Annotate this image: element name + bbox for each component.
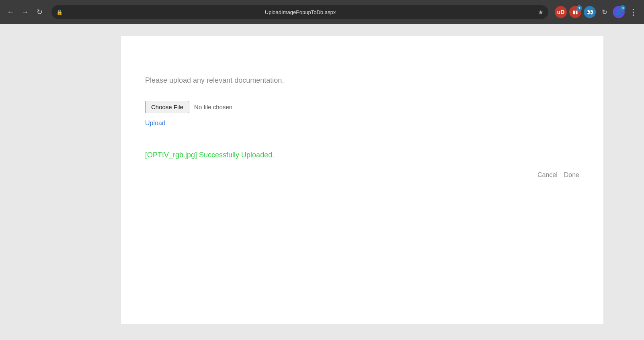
profile-icon[interactable]: 👤 8 xyxy=(613,6,625,18)
success-message: [OPTIV_rgb.jpg] Successfully Uploaded. xyxy=(145,151,579,159)
file-input-row: Choose File No file chosen xyxy=(145,101,579,113)
choose-file-button[interactable]: Choose File xyxy=(145,101,189,113)
done-button[interactable]: Done xyxy=(564,171,579,179)
page-outer: Please upload any relevant documentation… xyxy=(0,24,644,340)
badge: 1 xyxy=(576,5,582,11)
cast-icon[interactable]: ↻ xyxy=(598,6,610,18)
back-button[interactable]: ← xyxy=(5,6,16,18)
page-content: Please upload any relevant documentation… xyxy=(121,36,603,324)
browser-actions: uD ▮▮ 1 👀 ↻ 👤 8 ⋮ xyxy=(555,6,639,18)
forward-button[interactable]: → xyxy=(19,6,31,18)
menu-icon[interactable]: ⋮ xyxy=(627,6,639,18)
upload-link[interactable]: Upload xyxy=(145,120,579,127)
instruction-text: Please upload any relevant documentation… xyxy=(145,76,579,85)
extensions-icon[interactable]: ▮▮ 1 xyxy=(569,6,581,18)
url-text: UploadImagePopupToDb.aspx xyxy=(66,9,535,15)
browser-chrome: ← → ↻ 🔒 UploadImagePopupToDb.aspx ★ uD ▮… xyxy=(0,0,644,24)
no-file-text: No file chosen xyxy=(194,104,232,110)
reload-button[interactable]: ↻ xyxy=(34,6,45,18)
ublock-icon[interactable]: uD xyxy=(555,6,567,18)
address-bar[interactable]: 🔒 UploadImagePopupToDb.aspx ★ xyxy=(51,5,548,19)
bookmark-icon[interactable]: ★ xyxy=(538,8,544,16)
profile-badge: 8 xyxy=(620,5,626,11)
cancel-button[interactable]: Cancel xyxy=(537,171,558,179)
glasses-icon[interactable]: 👀 xyxy=(584,6,596,18)
lock-icon: 🔒 xyxy=(56,9,63,15)
footer-actions: Cancel Done xyxy=(145,171,579,179)
